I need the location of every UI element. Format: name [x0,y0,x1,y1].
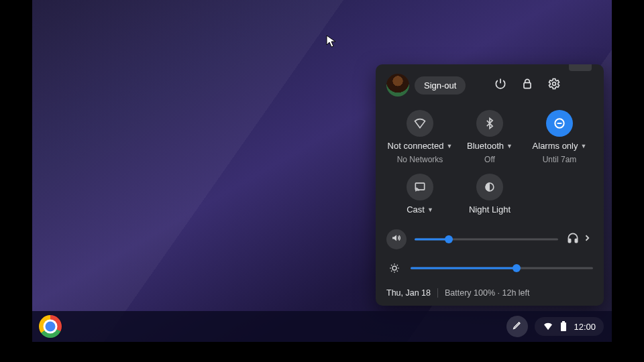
gear-icon [547,77,561,93]
volume-mute-button[interactable] [386,229,407,249]
footer-battery: Battery 100% · 12h left [445,288,529,298]
power-icon [494,77,507,93]
tile-bluetooth[interactable]: Bluetooth▼ Off [456,110,523,164]
svg-point-1 [553,82,556,86]
brightness-row [386,260,593,276]
tile-wifi-title: Not connected [388,141,444,151]
lock-button[interactable] [517,74,538,96]
volume-icon [390,232,402,247]
pen-icon [512,320,523,333]
chrome-app-icon[interactable] [39,315,62,338]
status-clock: 12:00 [574,322,596,332]
desktop-screen: Sign-out [32,0,612,342]
user-avatar[interactable] [386,74,409,97]
collapse-button[interactable] [573,75,593,95]
quick-settings-grid: Not connected ▼ No Networks Bluetooth▼ O… [386,110,593,215]
tile-cast[interactable]: Cast ▼ [386,174,453,215]
battery-status-icon [560,321,567,332]
shelf: 12:00 [32,311,612,342]
tile-night-light[interactable]: Night Light [456,174,523,215]
status-area[interactable]: 12:00 [535,317,604,336]
headphones-icon [566,231,580,247]
lock-icon [521,77,534,93]
footer-date: Thu, Jan 18 [386,288,431,298]
settings-button[interactable] [543,74,565,96]
chevron-down-icon: ▼ [427,206,433,213]
power-button[interactable] [490,74,511,96]
brightness-icon [386,260,402,276]
sign-out-button[interactable]: Sign-out [415,76,466,95]
tile-wifi[interactable]: Not connected ▼ No Networks [386,110,453,164]
tile-notifications-title: Alarms only [533,141,578,151]
stylus-tools-button[interactable] [506,316,528,337]
tile-night-light-title: Night Light [469,204,511,215]
notification-handle[interactable] [569,64,592,71]
wifi-status-icon [543,321,553,332]
wifi-icon [407,110,433,137]
tile-notifications[interactable]: Alarms only ▼ Until 7am [526,110,593,164]
tile-notifications-subtitle: Until 7am [543,155,577,164]
volume-row [386,229,593,249]
svg-rect-9 [561,322,566,331]
mouse-cursor [326,35,337,48]
night-light-icon [476,174,503,200]
tile-bluetooth-subtitle: Off [484,155,495,164]
svg-rect-10 [562,321,565,322]
tile-cast-title: Cast [407,204,425,215]
bluetooth-icon [476,110,503,137]
cast-icon [407,174,433,200]
sliders-section [386,229,593,276]
volume-slider[interactable] [415,234,558,245]
svg-rect-7 [575,239,577,243]
quick-settings-panel: Sign-out [376,64,604,306]
svg-point-8 [392,266,396,270]
svg-rect-0 [524,82,531,88]
svg-point-4 [415,190,417,192]
tile-wifi-subtitle: No Networks [397,155,443,164]
tile-bluetooth-title: Bluetooth [467,141,504,151]
chevron-down-icon: ▼ [446,143,452,149]
chevron-down-icon: ▼ [581,143,587,149]
audio-output-button[interactable] [566,231,593,247]
svg-rect-6 [568,239,570,243]
brightness-slider[interactable] [411,263,593,274]
do-not-disturb-icon [546,110,573,137]
chevron-down-icon: ▼ [506,143,513,149]
quick-settings-header: Sign-out [386,74,593,97]
divider [437,288,438,298]
chevron-right-icon [581,232,593,247]
quick-settings-footer: Thu, Jan 18 Battery 100% · 12h left [386,288,593,298]
